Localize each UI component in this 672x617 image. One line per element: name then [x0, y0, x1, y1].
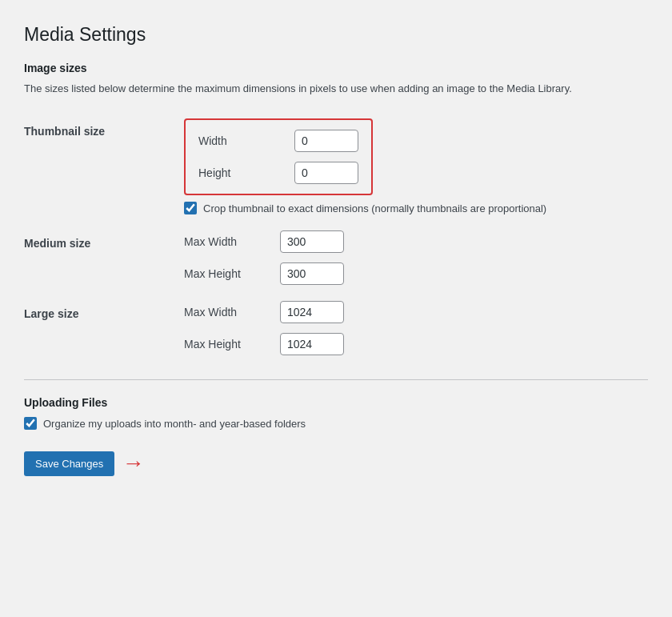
thumbnail-highlight-box: Width Height [184, 118, 373, 195]
large-size-label: Large size [24, 293, 184, 363]
thumbnail-height-input[interactable] [294, 162, 358, 184]
medium-size-label: Medium size [24, 222, 184, 293]
large-maxwidth-input[interactable] [280, 301, 344, 323]
organize-uploads-label: Organize my uploads into month- and year… [43, 418, 306, 430]
medium-maxheight-label: Max Height [184, 267, 264, 280]
save-changes-button[interactable]: Save Changes [24, 451, 114, 476]
thumbnail-size-row: Thumbnail size Width Height [24, 110, 648, 222]
arrow-icon: ← [122, 451, 145, 476]
crop-row: Crop thumbnail to exact dimensions (norm… [184, 202, 648, 214]
image-sizes-description: The sizes listed below determine the max… [24, 82, 648, 94]
crop-label: Crop thumbnail to exact dimensions (norm… [203, 202, 546, 214]
medium-maxwidth-label: Max Width [184, 235, 264, 248]
large-maxheight-input[interactable] [280, 333, 344, 355]
thumbnail-width-input[interactable] [294, 130, 358, 152]
large-size-fields: Max Width Max Height [184, 293, 648, 363]
page-title: Media Settings [24, 24, 648, 46]
medium-maxheight-row: Max Height [184, 262, 648, 285]
large-maxheight-label: Max Height [184, 338, 264, 351]
crop-checkbox[interactable] [184, 202, 197, 214]
thumbnail-field-group: Width Height [198, 130, 358, 184]
medium-field-group: Max Width Max Height [184, 230, 648, 285]
large-maxwidth-row: Max Width [184, 301, 648, 323]
thumbnail-width-label: Width [198, 134, 278, 147]
large-field-group: Max Width Max Height [184, 301, 648, 355]
image-sizes-heading: Image sizes [24, 62, 648, 74]
thumbnail-height-label: Height [198, 166, 278, 179]
organize-uploads-row: Organize my uploads into month- and year… [24, 417, 648, 430]
thumbnail-size-label: Thumbnail size [24, 110, 184, 222]
medium-maxheight-input[interactable] [280, 262, 344, 285]
uploading-files-section: Uploading Files Organize my uploads into… [24, 396, 648, 430]
large-maxwidth-label: Max Width [184, 306, 264, 319]
medium-maxwidth-input[interactable] [280, 230, 344, 253]
large-size-row: Large size Max Width Max Height [24, 293, 648, 363]
section-divider [24, 379, 648, 380]
thumbnail-height-row: Height [198, 162, 358, 184]
thumbnail-width-row: Width [198, 130, 358, 152]
thumbnail-size-fields: Width Height Crop thumbnail to exact dim… [184, 110, 648, 222]
medium-size-fields: Max Width Max Height [184, 222, 648, 293]
uploading-files-heading: Uploading Files [24, 396, 648, 409]
settings-table: Thumbnail size Width Height [24, 110, 648, 363]
medium-maxwidth-row: Max Width [184, 230, 648, 253]
save-button-container: Save Changes ← [24, 451, 145, 476]
medium-size-row: Medium size Max Width Max Height [24, 222, 648, 293]
large-maxheight-row: Max Height [184, 333, 648, 355]
organize-uploads-checkbox[interactable] [24, 417, 37, 430]
